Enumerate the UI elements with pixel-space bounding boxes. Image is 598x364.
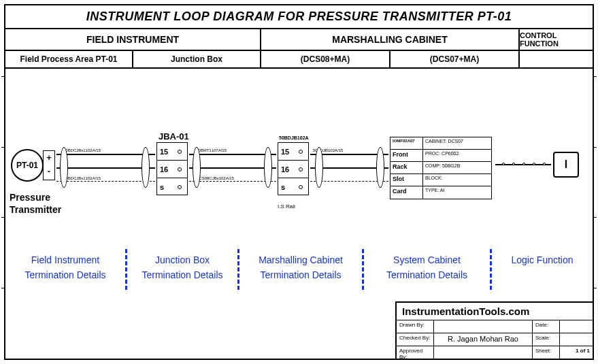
- rail-label: I.S Rail: [278, 203, 295, 210]
- caption-marshall: Marshalling Cabinet Termination Details: [239, 246, 362, 293]
- caption-field: Field Instrument Termination Details: [5, 246, 125, 293]
- wire-2b: [189, 167, 276, 169]
- sub-jbox: Junction Box: [133, 51, 261, 67]
- sub-dcs08: (DCS08+MA): [261, 51, 391, 67]
- cable-gland-6: [376, 147, 384, 188]
- tb-row-drawn: Drawn By: Date:: [397, 320, 593, 333]
- cable-gland-2: [142, 147, 150, 188]
- page-title: INSTRUMENT LOOP DIAGRAM FOR PRESSURE TRA…: [5, 5, 593, 29]
- col-control: CONTROL FUNCTION: [520, 29, 593, 50]
- jbox-row-3: s: [157, 178, 187, 196]
- brand-label: InstrumentationTools.com: [397, 303, 593, 320]
- column-headers: FIELD INSTRUMENT MARSHALLING CABINET CON…: [5, 29, 593, 51]
- subcolumn-headers: Field Process Area PT-01 Junction Box (D…: [5, 51, 593, 69]
- wire-2c: DCS08CJBs102A/15: [189, 181, 276, 182]
- marshall-row-1: 15: [278, 143, 308, 161]
- marshall-box-label: 50BDJB102A: [279, 135, 309, 140]
- transmitter-symbol: PT-01: [11, 149, 44, 182]
- sub-dcs07: (DCS07+MA): [391, 51, 520, 67]
- plus-terminal: +: [44, 151, 54, 165]
- caption-syscab: System Cabinet Termination Details: [364, 246, 490, 293]
- sub-empty: [520, 51, 593, 67]
- tb-row-checked: Checked By: R. Jagan Mohan Rao Scale:: [397, 333, 593, 346]
- wire-2a: 50BMT1107A/15: [189, 154, 276, 155]
- cable-gland-4: [264, 147, 272, 188]
- jbox-row-1: 15: [157, 143, 187, 161]
- diagram-area: PT-01 + - PressureTransmitter 50BDCJBs11…: [5, 69, 593, 246]
- col-field: FIELD INSTRUMENT: [5, 29, 261, 50]
- jbox-label: JBA-01: [159, 131, 189, 142]
- title-block: InstrumentationTools.com Drawn By: Date:…: [395, 301, 593, 359]
- wire-1c: 50BDCJBs1102A/15: [56, 181, 155, 182]
- signal-chain: [495, 164, 551, 165]
- diagram-frame: INSTRUMENT LOOP DIAGRAM FOR PRESSURE TRA…: [4, 4, 594, 360]
- wire-1b: [56, 167, 155, 169]
- cable-gland-3: [193, 147, 201, 188]
- logic-function-symbol: I: [553, 152, 579, 178]
- marshall-row-3: s: [278, 178, 308, 196]
- junction-box: 15 16 s: [156, 142, 188, 195]
- jbox-row-2: 16: [157, 161, 187, 178]
- caption-logic: Logic Function: [492, 246, 593, 293]
- sub-field: Field Process Area PT-01: [5, 51, 133, 67]
- tb-row-approved: Approved By: Sheet: 1 of 1: [397, 346, 593, 359]
- minus-terminal: -: [44, 165, 54, 178]
- cable-gland-5: [315, 147, 323, 188]
- caption-jbox: Junction Box Termination Details: [127, 246, 237, 293]
- marshall-row-2: 16: [278, 161, 308, 178]
- system-cabinet-table: IOMF02A07CABINET: DCS07 FrontPROC: CP600…: [390, 137, 492, 199]
- wire-1a: 50BDCJBs1102A/15: [56, 154, 155, 155]
- marshalling-box: 15 16 s: [278, 142, 309, 195]
- transmitter-label: PressureTransmitter: [10, 191, 61, 216]
- caption-row: Field Instrument Termination Details Jun…: [5, 246, 593, 293]
- cable-gland-1: [60, 147, 68, 188]
- col-marshall: MARSHALLING CABINET: [261, 29, 520, 50]
- polarity-box: + -: [43, 150, 55, 180]
